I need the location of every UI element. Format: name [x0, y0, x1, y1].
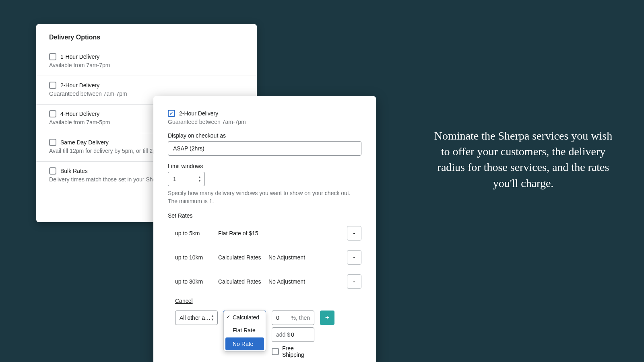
- rate-distance: up to 5km: [168, 230, 218, 237]
- chevron-updown-icon: ▲▼: [211, 315, 214, 321]
- rate-type: Flat Rate of $15: [218, 230, 268, 237]
- checkbox-4hour[interactable]: [49, 110, 56, 117]
- distance-select[interactable]: All other a… ▲▼: [175, 311, 218, 325]
- limit-windows-label: Limit windows: [168, 163, 361, 169]
- remove-rate-button[interactable]: -: [347, 274, 361, 289]
- checkbox-2hour[interactable]: [49, 82, 56, 89]
- rate-type: Calculated Rates: [218, 254, 268, 261]
- option-label: 4-Hour Delivery: [60, 111, 99, 117]
- option-row: 1-Hour Delivery Available from 7am-7pm: [36, 47, 257, 76]
- add-rate-button[interactable]: +: [320, 311, 334, 325]
- rate-distance: up to 10km: [168, 254, 218, 261]
- option-label: 2-Hour Delivery: [179, 110, 218, 117]
- rate-distance: up to 30km: [168, 278, 218, 285]
- dropdown-item-calculated[interactable]: Calculated: [224, 311, 266, 324]
- rate-type-dropdown-menu: Calculated Flat Rate No Rate: [223, 311, 266, 352]
- option-label: 2-Hour Delivery: [60, 82, 99, 88]
- rate-type: Calculated Rates: [218, 278, 268, 285]
- set-rates-label: Set Rates: [168, 212, 361, 219]
- amount-adjust-input[interactable]: add $ 0: [272, 327, 314, 342]
- cancel-link[interactable]: Cancel: [168, 298, 193, 304]
- rate-adjustment: No Adjustment: [268, 278, 317, 285]
- option-subtext: Guaranteed between 7am-7pm: [168, 119, 361, 125]
- delivery-options-title: Delivery Options: [36, 24, 257, 47]
- rate-row: up to 10km Calculated Rates No Adjustmen…: [168, 245, 361, 269]
- checkbox-2hour-detail[interactable]: [168, 110, 175, 117]
- remove-rate-button[interactable]: -: [347, 250, 361, 265]
- free-shipping-label: Free Shipping: [282, 345, 314, 358]
- limit-windows-help: Specify how many delivery windows you wa…: [168, 189, 361, 205]
- option-subtext: Available from 7am-7pm: [49, 62, 244, 68]
- option-label: 1-Hour Delivery: [60, 53, 99, 60]
- option-label: Bulk Rates: [60, 168, 88, 174]
- display-name-input[interactable]: [168, 141, 361, 156]
- limit-windows-select[interactable]: 1 ▲▼: [168, 172, 205, 186]
- chevron-updown-icon: ▲▼: [198, 176, 201, 183]
- remove-rate-button[interactable]: -: [347, 226, 361, 241]
- percent-adjust-input[interactable]: 0 %, then: [272, 311, 314, 325]
- dropdown-item-flatrate[interactable]: Flat Rate: [224, 324, 266, 337]
- rate-row: up to 30km Calculated Rates No Adjustmen…: [168, 269, 361, 294]
- free-shipping-checkbox[interactable]: [272, 348, 279, 355]
- option-label: Same Day Delivery: [60, 139, 109, 146]
- rate-row: up to 5km Flat Rate of $15 -: [168, 221, 361, 245]
- rate-adjustment: No Adjustment: [268, 254, 317, 261]
- checkbox-bulk[interactable]: [49, 167, 56, 175]
- checkbox-sameday[interactable]: [49, 139, 56, 146]
- display-label: Display on checkout as: [168, 132, 361, 139]
- marketing-description: Nominate the Sherpa services you wish to…: [431, 128, 616, 191]
- dropdown-item-norate[interactable]: No Rate: [225, 337, 264, 350]
- checkbox-1hour[interactable]: [49, 53, 56, 60]
- delivery-option-detail-card: 2-Hour Delivery Guaranteed between 7am-7…: [153, 96, 376, 362]
- rate-type-select[interactable]: Calculated Flat Rate No Rate: [223, 311, 266, 325]
